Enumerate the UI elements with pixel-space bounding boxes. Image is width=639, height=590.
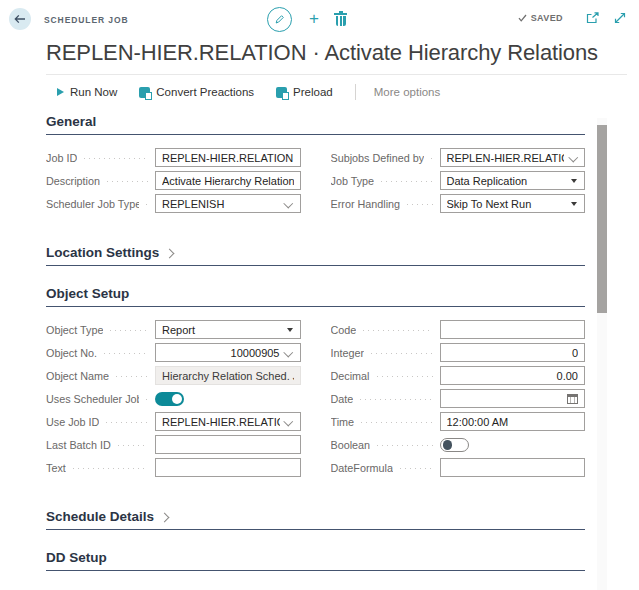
dotted-leader [82, 157, 148, 160]
error-handling-select[interactable] [441, 195, 585, 212]
text-control [155, 458, 301, 477]
section-header-location-settings[interactable]: Location Settings [46, 245, 585, 266]
boolean-toggle[interactable] [440, 438, 469, 452]
dropdown-triangle-icon[interactable] [571, 179, 577, 183]
dotted-leader [361, 329, 432, 332]
chevron-right-icon [165, 248, 175, 258]
field-label: DateFormula [331, 462, 436, 474]
open-in-new-window-icon[interactable] [586, 12, 599, 24]
job-id-input[interactable] [156, 149, 300, 166]
field-label: Object Type [46, 324, 151, 336]
dotted-leader [71, 467, 148, 470]
uses-scheduler-job-toggle[interactable] [155, 392, 184, 406]
dateformula-input[interactable] [441, 459, 585, 476]
time-input[interactable] [441, 413, 585, 430]
field-label: Error Handling [331, 198, 436, 210]
dateformula-control [440, 458, 586, 477]
field-label: Date [331, 393, 436, 405]
object-type-select[interactable] [156, 321, 300, 338]
integer-input[interactable] [441, 344, 585, 361]
field-label: Job ID [46, 152, 151, 164]
section-header-object-setup[interactable]: Object Setup [46, 286, 585, 307]
field-label: Last Batch ID [46, 439, 151, 451]
date-control [440, 389, 586, 408]
expand-fullscreen-icon[interactable] [614, 12, 626, 24]
dotted-leader [114, 375, 148, 378]
field-label: Uses Scheduler Job R... [46, 393, 151, 405]
field-scheduler-job-type: Scheduler Job Type C... [46, 194, 301, 213]
toggle-knob [172, 394, 182, 404]
dropdown-triangle-icon[interactable] [287, 328, 293, 332]
scrollbar-thumb[interactable] [597, 125, 607, 313]
dotted-leader [144, 203, 148, 206]
top-bar: SCHEDULER JOB + SAVED [0, 0, 639, 34]
back-button[interactable] [9, 8, 31, 30]
field-code: Code [331, 320, 586, 339]
dotted-leader [105, 180, 148, 183]
record-actions: + [267, 7, 346, 32]
edit-button[interactable] [267, 7, 292, 32]
description-input[interactable] [156, 172, 300, 189]
field-last-batch-id: Last Batch ID [46, 435, 301, 454]
field-subjobs: Subjobs Defined by J... [331, 148, 586, 167]
field-label: Text [46, 462, 151, 474]
field-label: Boolean [331, 439, 436, 451]
calendar-icon[interactable] [567, 394, 578, 404]
field-dateformula: DateFormula [331, 458, 586, 477]
object-name-readonly [156, 367, 300, 384]
back-arrow-icon [14, 14, 26, 24]
date-input[interactable] [441, 390, 585, 407]
code-input[interactable] [441, 321, 585, 338]
topbar-right: SAVED [518, 12, 626, 24]
page-caption: SCHEDULER JOB [44, 15, 128, 25]
pencil-icon [274, 14, 285, 25]
new-record-button[interactable]: + [309, 10, 319, 27]
convert-preactions-button[interactable]: Convert Preactions [139, 86, 254, 98]
field-decimal: Decimal [331, 366, 586, 385]
run-now-button[interactable]: Run Now [57, 86, 117, 98]
error-handling-control [440, 194, 586, 213]
field-label: Scheduler Job Type C... [46, 198, 151, 210]
last-batch-id-control [155, 435, 301, 454]
process-report-icon [139, 87, 150, 98]
scheduler-job-type-input[interactable] [156, 195, 300, 212]
job-id-control [155, 148, 301, 167]
field-label: Object No. [46, 347, 151, 359]
subjobs-input[interactable] [441, 149, 585, 166]
field-job-type: Job Type [331, 171, 586, 190]
use-job-id-input[interactable] [156, 413, 300, 430]
field-label: Integer [331, 347, 436, 359]
save-status: SAVED [518, 13, 563, 23]
object-no-input[interactable] [156, 344, 300, 361]
field-error-handling: Error Handling [331, 194, 586, 213]
delete-button trash-icon[interactable] [336, 16, 346, 26]
field-text: Text [46, 458, 301, 477]
dotted-leader [108, 329, 148, 332]
field-description: Description [46, 171, 301, 190]
object-setup-fields: Object Type Object No. Object Name Uses … [46, 320, 585, 481]
section-header-schedule-details[interactable]: Schedule Details [46, 509, 585, 530]
field-label: Job Type [331, 175, 436, 187]
section-header-general[interactable]: General [46, 114, 585, 135]
text-input[interactable] [156, 459, 300, 476]
description-control [155, 171, 301, 190]
page-title: REPLEN-HIER.RELATION · Activate Hierarch… [46, 38, 606, 67]
time-control [440, 412, 586, 431]
preload-button[interactable]: Preload [276, 86, 333, 98]
more-options-button[interactable]: More options [374, 86, 440, 98]
section-header-dd-setup[interactable]: DD Setup [46, 550, 585, 571]
code-control [440, 320, 586, 339]
saved-label: SAVED [531, 13, 563, 23]
decimal-input[interactable] [441, 367, 585, 384]
last-batch-id-input[interactable] [156, 436, 300, 453]
decimal-control [440, 366, 586, 385]
card-content: General Job ID Description Scheduler Job… [46, 114, 585, 571]
dotted-leader [375, 444, 432, 447]
object-type-control [155, 320, 301, 339]
vertical-scrollbar[interactable] [597, 118, 607, 590]
field-label: Code [331, 324, 436, 336]
field-date: Date [331, 389, 586, 408]
dropdown-triangle-icon[interactable] [571, 202, 577, 206]
object-name-control [155, 366, 301, 385]
job-type-select[interactable] [441, 172, 585, 189]
